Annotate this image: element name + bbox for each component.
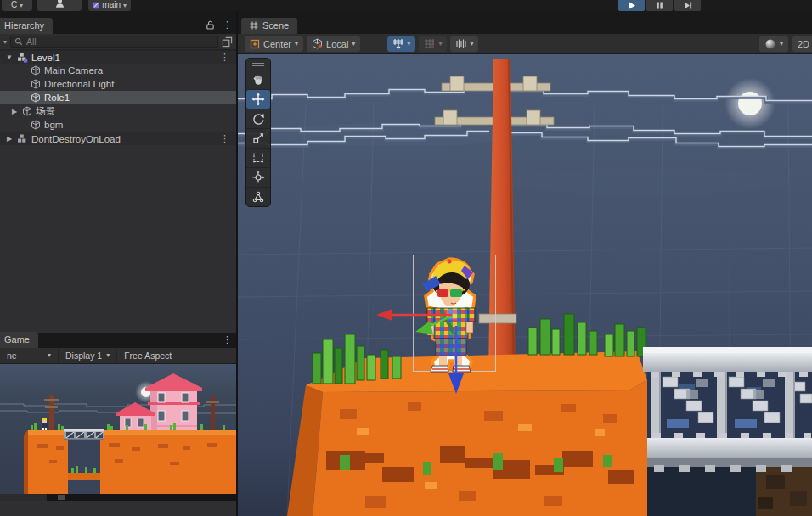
move-tool-button[interactable] [246, 89, 270, 109]
row-label: Directional Light [44, 79, 114, 89]
pause-button[interactable] [646, 0, 673, 11]
scene-dropdown-label: main [102, 0, 121, 9]
hierarchy-row-level1[interactable]: ▼ Level1 ⋮ [0, 50, 236, 64]
hash-grid-icon [250, 21, 258, 30]
grid-visibility-button[interactable]: ▾ [387, 36, 415, 52]
custom-tool-button[interactable] [246, 187, 270, 206]
foldout-icon[interactable]: ▶ [5, 135, 14, 143]
rotate-tool-icon [251, 112, 265, 126]
snap-grid-button[interactable]: ▾ [419, 36, 447, 52]
scene-selector-button[interactable]: main ▾ [88, 0, 131, 11]
gameobject-cube-icon [31, 65, 41, 76]
main-toolbar: C ▾ main ▾ [0, 0, 812, 11]
hierarchy-tree: ▼ Level1 ⋮ Main Camera [0, 50, 236, 333]
pause-icon [654, 0, 665, 11]
bottom-tab-strip [0, 494, 236, 501]
game-display-mode-dropdown[interactable]: ne ▾ [0, 348, 58, 363]
scene-asset-icon [17, 52, 28, 63]
tab-hierarchy[interactable]: Hierarchy [0, 18, 53, 34]
cap-button [448, 260, 452, 264]
hierarchy-row-bgm[interactable]: bgm [0, 118, 236, 132]
game-viewport[interactable] [0, 364, 236, 494]
kebab-icon[interactable]: ⋮ [223, 335, 232, 345]
play-button[interactable] [618, 0, 645, 11]
window-icon[interactable] [222, 36, 233, 48]
toolstrip-drag-handle[interactable] [246, 59, 270, 70]
moon [738, 92, 762, 115]
game-panel: Game ⋮ ne ▾ Display 1 ▾ Free Aspect [0, 333, 236, 501]
mode-2d-label: 2D [798, 39, 809, 49]
bottom-tab[interactable] [0, 494, 47, 501]
bottom-tab-icon [58, 495, 65, 500]
pivot-mode-button[interactable]: Center ▾ [245, 36, 303, 52]
lock-icon[interactable] [205, 20, 216, 31]
kebab-icon[interactable]: ⋮ [223, 20, 232, 30]
hand-tool-icon [251, 73, 265, 87]
unity-asset-icon [93, 2, 99, 9]
scene-viewport[interactable] [238, 54, 812, 516]
rotate-tool-button[interactable] [246, 109, 270, 128]
version-control-label: C [11, 0, 17, 9]
local-cube-icon [312, 38, 323, 49]
rect-tool-button[interactable] [246, 148, 270, 167]
gameobject-cube-icon [31, 79, 41, 89]
account-button[interactable] [37, 0, 82, 11]
aspect-dropdown[interactable]: Free Aspect [117, 348, 178, 363]
version-control-button[interactable]: C ▾ [2, 0, 32, 11]
dropdown-caret-icon: ▾ [123, 3, 127, 9]
row-label: 场景 [36, 105, 55, 118]
hierarchy-panel: Hierarchy ⋮ ▾ All [0, 11, 236, 333]
shorts-pattern [436, 339, 466, 356]
pivot-mode-label: Center [263, 39, 291, 49]
hierarchy-row-main-camera[interactable]: Main Camera [0, 64, 236, 77]
hierarchy-row-directional-light[interactable]: Directional Light [0, 77, 236, 91]
display-dropdown[interactable]: Display 1 ▾ [59, 348, 116, 363]
foldout-icon[interactable]: ▼ [5, 53, 14, 61]
orientation-label: Local [326, 39, 348, 49]
play-icon [626, 0, 637, 11]
step-icon [682, 0, 693, 11]
shading-mode-button[interactable]: ▾ [759, 36, 788, 52]
scene-panel: Scene Center ▾ Local ▾ [236, 11, 812, 516]
game-toolbar: ne ▾ Display 1 ▾ Free Aspect [0, 348, 236, 364]
row-label: Level1 [31, 53, 60, 63]
dropdown-caret-icon: ▾ [20, 3, 23, 9]
toggle-2d-button[interactable]: 2D [792, 36, 812, 52]
dropdown-caret-icon: ▾ [780, 41, 783, 48]
display-label: Display 1 [65, 351, 102, 361]
move-tool-icon [251, 93, 265, 106]
game-tab-label: Game [4, 334, 30, 345]
orientation-button[interactable]: Local ▾ [307, 36, 360, 52]
search-input[interactable]: All [10, 36, 218, 48]
game-metal-bridge [64, 429, 104, 440]
foldout-icon[interactable]: ▾ [3, 38, 7, 46]
hierarchy-row-role1[interactable]: Role1 [0, 91, 236, 104]
tab-scene[interactable]: Scene [241, 18, 297, 34]
kebab-icon[interactable]: ⋮ [220, 52, 229, 63]
transform-tool-icon [251, 171, 265, 184]
hierarchy-row-dontdestroyonload[interactable]: ▶ DontDestroyOnLoad ⋮ [0, 132, 236, 145]
transform-tool-button[interactable] [246, 167, 270, 187]
dropdown-caret-icon: ▾ [295, 41, 298, 48]
hierarchy-row-scene-obj[interactable]: ▶ 场景 [0, 104, 236, 118]
display-mode-label: ne [7, 351, 17, 361]
game-terrain [24, 430, 236, 494]
dropdown-caret-icon: ▾ [438, 41, 442, 48]
hierarchy-tabbar: Hierarchy ⋮ [0, 11, 236, 34]
tab-game[interactable]: Game [0, 332, 38, 348]
step-button[interactable] [674, 0, 701, 11]
kebab-icon[interactable]: ⋮ [220, 133, 229, 144]
scene-asset-icon [17, 133, 28, 144]
rect-tool-icon [251, 151, 265, 165]
view-hand-tool-button[interactable] [246, 70, 270, 89]
game-pit [68, 435, 100, 494]
play-controls [618, 0, 701, 11]
row-label: Main Camera [44, 65, 103, 76]
sunglasses-left-lens [437, 289, 448, 297]
dirt-blocks-corner [756, 467, 812, 516]
increment-snap-button[interactable]: ▾ [450, 36, 478, 52]
scene-tabbar: Scene [238, 11, 812, 34]
foldout-icon[interactable]: ▶ [10, 108, 19, 115]
scale-tool-button[interactable] [246, 128, 270, 148]
truss-bridge [643, 347, 812, 472]
